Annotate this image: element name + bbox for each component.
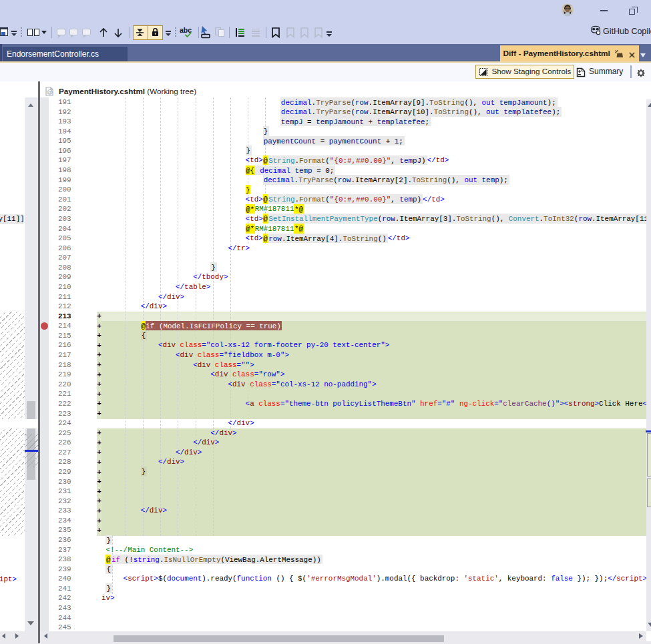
svg-text:@: @: [47, 88, 53, 95]
